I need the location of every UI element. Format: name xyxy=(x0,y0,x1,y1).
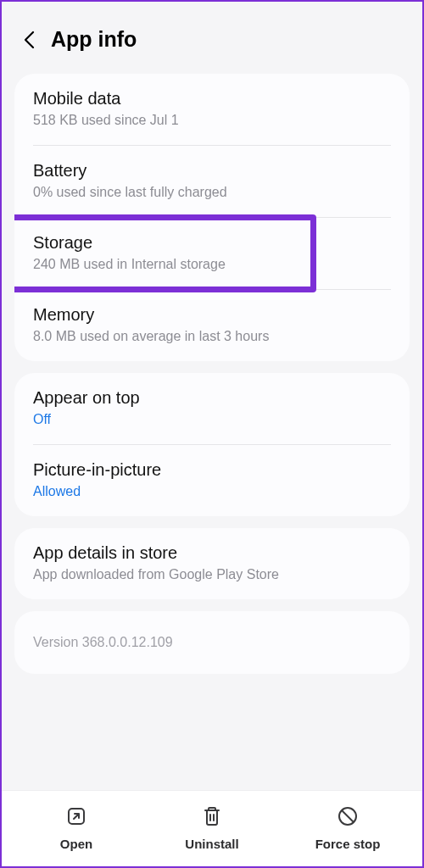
header: App info xyxy=(2,12,422,74)
appear-on-top-item[interactable]: Appear on top Off xyxy=(14,373,410,444)
version-card: Version 368.0.0.12.109 xyxy=(14,611,410,674)
chevron-left-icon xyxy=(23,31,35,49)
force-stop-label: Force stop xyxy=(315,837,381,851)
appear-on-top-value: Off xyxy=(33,412,391,427)
usage-card: Mobile data 518 KB used since Jul 1 Batt… xyxy=(14,74,410,361)
mobile-data-subtitle: 518 KB used since Jul 1 xyxy=(33,113,391,128)
force-stop-button[interactable]: Force stop xyxy=(280,804,416,851)
app-details-item[interactable]: App details in store App downloaded from… xyxy=(14,528,410,599)
appear-on-top-title: Appear on top xyxy=(33,388,391,408)
bottom-action-bar: Open Uninstall Force stop xyxy=(2,790,422,866)
app-details-title: App details in store xyxy=(33,543,391,563)
pip-item[interactable]: Picture-in-picture Allowed xyxy=(14,445,410,516)
storage-title: Storage xyxy=(33,233,391,253)
memory-title: Memory xyxy=(33,305,391,325)
back-button[interactable] xyxy=(20,31,37,48)
open-label: Open xyxy=(60,837,92,851)
stop-icon xyxy=(336,804,360,828)
app-details-subtitle: App downloaded from Google Play Store xyxy=(33,567,391,582)
uninstall-label: Uninstall xyxy=(185,837,238,851)
memory-item[interactable]: Memory 8.0 MB used on average in last 3 … xyxy=(14,290,410,361)
pip-value: Allowed xyxy=(33,484,391,499)
open-button[interactable]: Open xyxy=(8,804,144,851)
uninstall-button[interactable]: Uninstall xyxy=(144,804,280,851)
display-card: Appear on top Off Picture-in-picture All… xyxy=(14,373,410,516)
memory-subtitle: 8.0 MB used on average in last 3 hours xyxy=(33,329,391,344)
battery-subtitle: 0% used since last fully charged xyxy=(33,185,391,200)
open-icon xyxy=(64,804,88,828)
storage-item[interactable]: Storage 240 MB used in Internal storage xyxy=(14,218,410,289)
page-title: App info xyxy=(51,27,137,52)
storage-subtitle: 240 MB used in Internal storage xyxy=(33,257,391,272)
details-card: App details in store App downloaded from… xyxy=(14,528,410,599)
trash-icon xyxy=(200,804,224,828)
battery-title: Battery xyxy=(33,161,391,181)
mobile-data-title: Mobile data xyxy=(33,89,391,108)
mobile-data-item[interactable]: Mobile data 518 KB used since Jul 1 xyxy=(14,74,410,145)
version-text: Version 368.0.0.12.109 xyxy=(33,635,391,650)
pip-title: Picture-in-picture xyxy=(33,460,391,480)
battery-item[interactable]: Battery 0% used since last fully charged xyxy=(14,146,410,217)
